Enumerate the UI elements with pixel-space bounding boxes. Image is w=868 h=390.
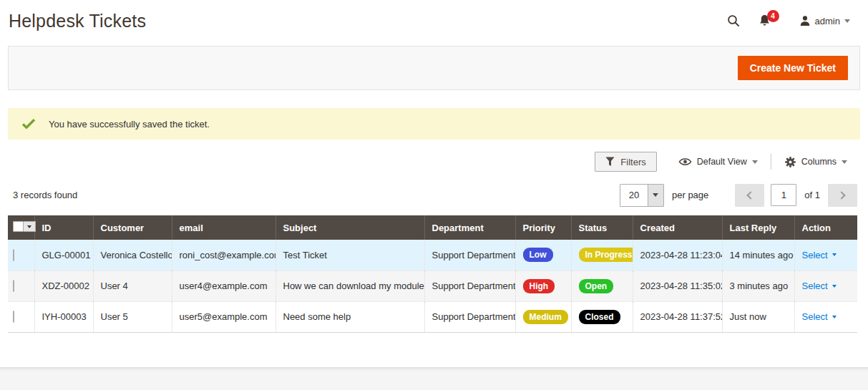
column-header-created[interactable]: Created [633, 215, 722, 240]
cell-last-reply: 3 minutes ago [722, 270, 794, 301]
cell-customer: User 5 [93, 301, 172, 332]
pagination: 20 per page of 1 [620, 184, 857, 207]
page-actions-bar: Create New Ticket [8, 46, 860, 90]
filter-funnel-icon [605, 157, 615, 167]
filters-button[interactable]: Filters [595, 152, 656, 172]
previous-page-button[interactable] [735, 184, 764, 207]
status-badge: Closed [579, 310, 620, 324]
cell-created: 2023-04-28 11:37:52 [633, 301, 722, 332]
chevron-down-icon [842, 160, 847, 164]
select-all-checkbox[interactable] [13, 221, 24, 232]
column-header-subject[interactable]: Subject [275, 215, 424, 240]
grid-toolbar: Filters Default View Col [8, 152, 850, 172]
view-switcher[interactable]: Default View [676, 157, 761, 167]
column-header-action: Action [794, 215, 857, 240]
cell-customer: Veronica Costello [93, 240, 172, 270]
table-row: XDZ-00002 User 4 user4@example.com How w… [8, 270, 857, 301]
column-header-email[interactable]: email [172, 215, 275, 240]
column-header-id[interactable]: ID [34, 215, 93, 240]
chevron-down-icon [832, 316, 837, 318]
create-new-ticket-button[interactable]: Create New Ticket [738, 56, 848, 80]
cell-status: Open [571, 270, 633, 301]
columns-control[interactable]: Columns [781, 156, 850, 168]
row-checkbox[interactable] [13, 280, 14, 292]
chevron-right-icon [837, 191, 845, 199]
page-header: Helpdesk Tickets 4 admin [0, 0, 868, 42]
notifications-bell-icon[interactable]: 4 [759, 14, 771, 27]
eye-icon [678, 157, 692, 167]
cell-action: Select [794, 240, 857, 270]
row-checkbox[interactable] [13, 311, 14, 323]
cell-email: roni_cost@example.com [172, 240, 275, 270]
table-row: IYH-00003 User 5 user5@example.com Need … [8, 301, 857, 332]
select-action-dropdown[interactable]: Select [802, 281, 837, 291]
cell-id: GLG-00001 [34, 240, 93, 270]
total-pages-label: of 1 [804, 190, 820, 200]
chevron-down-icon [832, 253, 837, 256]
cell-last-reply: 14 minutes ago [722, 240, 794, 270]
header-actions: 4 admin [727, 14, 850, 27]
column-header-priority[interactable]: Priority [515, 215, 571, 240]
cell-status: In Progress [571, 240, 633, 270]
records-found-label: 3 records found [13, 190, 77, 200]
chevron-left-icon [747, 191, 755, 199]
per-page-label: per page [672, 190, 708, 200]
cell-created: 2023-04-28 11:35:02 [633, 270, 722, 301]
column-header-department[interactable]: Department [424, 215, 515, 240]
cell-priority: Medium [515, 301, 571, 332]
next-page-button[interactable] [828, 184, 857, 207]
cell-department: Support Department [424, 240, 515, 270]
column-header-last-reply[interactable]: Last Reply [722, 215, 794, 240]
cell-action: Select [794, 301, 857, 332]
toolbar-divider [771, 154, 771, 170]
column-header-status[interactable]: Status [571, 215, 633, 240]
notification-count-badge: 4 [767, 10, 779, 22]
filters-button-label: Filters [620, 157, 645, 167]
columns-control-label: Columns [801, 157, 837, 167]
table-row: GLG-00001 Veronica Costello roni_cost@ex… [8, 240, 857, 270]
chevron-down-icon [752, 160, 758, 164]
current-page-input[interactable] [771, 184, 796, 206]
priority-badge: Medium [523, 310, 568, 324]
success-message-text: You have successfully saved the ticket. [49, 119, 210, 130]
cell-subject: How we can download my module? [275, 270, 424, 301]
row-checkbox-cell [8, 240, 34, 270]
status-badge: Open [579, 279, 614, 293]
admin-user-menu[interactable]: admin [799, 15, 850, 26]
per-page-select[interactable]: 20 [620, 184, 664, 207]
chevron-down-icon [832, 285, 837, 288]
cell-id: IYH-00003 [34, 301, 93, 332]
chevron-down-icon [844, 19, 850, 23]
select-all-dropdown[interactable] [24, 221, 36, 232]
cell-email: user4@example.com [172, 270, 275, 301]
cell-subject: Need some help [275, 301, 424, 332]
row-checkbox[interactable] [13, 249, 14, 261]
search-icon[interactable] [727, 14, 740, 27]
user-icon [799, 15, 811, 26]
tickets-table: ID Customer email Subject Department Pri… [8, 215, 857, 333]
priority-badge: High [523, 279, 555, 293]
per-page-value: 20 [620, 185, 648, 206]
column-header-customer[interactable]: Customer [93, 215, 172, 240]
per-page-caret[interactable] [648, 185, 663, 206]
success-check-icon [21, 118, 36, 130]
cell-department: Support Department [424, 301, 515, 332]
records-row: 3 records found 20 per page of 1 [13, 183, 857, 207]
view-switcher-label: Default View [697, 157, 747, 167]
cell-last-reply: Just now [722, 301, 794, 332]
select-action-dropdown[interactable]: Select [802, 250, 837, 260]
cell-created: 2023-04-28 11:23:04 [633, 240, 722, 270]
row-checkbox-cell [8, 301, 34, 332]
cell-status: Closed [571, 301, 633, 332]
table-header-row: ID Customer email Subject Department Pri… [8, 215, 857, 240]
cell-action: Select [794, 270, 857, 301]
cell-subject: Test Ticket [275, 240, 424, 270]
cell-id: XDZ-00002 [34, 270, 93, 301]
page-title: Helpdesk Tickets [9, 11, 146, 31]
cell-priority: Low [515, 240, 571, 270]
success-message: You have successfully saved the ticket. [8, 108, 860, 140]
select-action-dropdown[interactable]: Select [802, 311, 837, 322]
header-checkbox-cell [8, 215, 34, 240]
cell-department: Support Department [424, 270, 515, 301]
cell-priority: High [515, 270, 571, 301]
